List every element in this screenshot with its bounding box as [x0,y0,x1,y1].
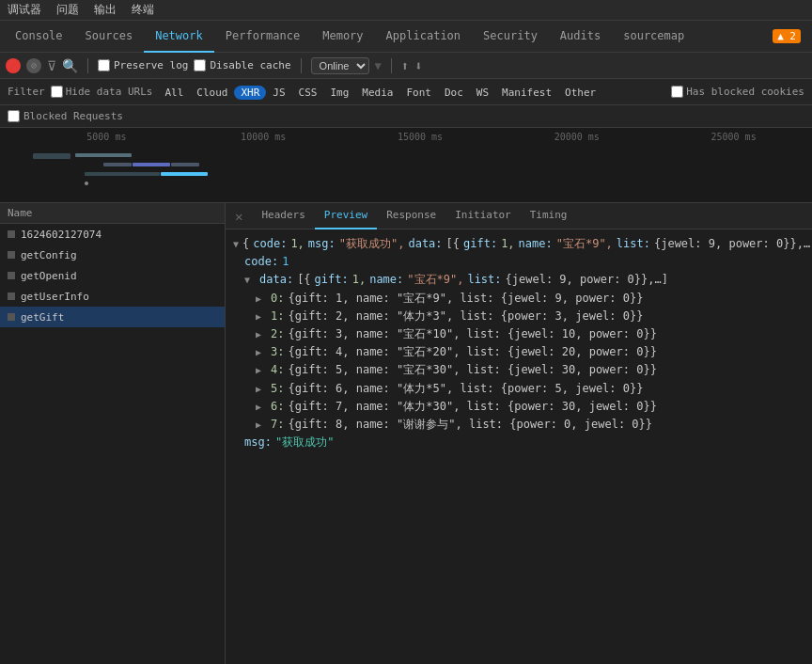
tab-console[interactable]: Console [4,21,74,53]
preview-content: ▼ { code: 1, msg: "获取成功", data: [{ gift:… [226,229,812,664]
request-dot [8,272,15,279]
tab-network[interactable]: Network [144,21,214,53]
filter-chip-font[interactable]: Font [399,86,438,100]
preserve-log-checkbox[interactable] [98,59,110,71]
app-name: 调试器 [8,2,41,18]
download-icon[interactable]: ⬇ [414,58,422,73]
request-name: getOpenid [21,270,77,282]
json-msg-line: msg: "获取成功" [233,434,804,451]
menu-item-terminal[interactable]: 终端 [132,2,154,18]
array-item-arrow[interactable]: ▶ [256,309,267,324]
request-item[interactable]: getUserInfo [0,286,225,307]
timeline-ruler: 5000 ms10000 ms15000 ms20000 ms25000 ms [0,128,812,142]
ruler-tick: 25000 ms [655,132,812,142]
request-name: getUserInfo [21,291,89,303]
filter-chips: AllCloudXHRJSCSSImgMediaFontDocWSManifes… [158,86,602,99]
tab-sourcemap[interactable]: sourcemap [612,21,695,53]
json-array-item: ▶ 0: {gift: 1, name: "宝石*9", list: {jewe… [233,290,804,308]
tab-performance[interactable]: Performance [214,21,311,53]
menu-bar: 调试器 问题 输出 终端 [0,0,812,21]
request-dot [8,292,15,300]
detail-tab-response[interactable]: Response [377,203,445,229]
filter-right: Has blocked cookies [671,86,804,98]
top-collapse-arrow[interactable]: ▼ [233,237,239,252]
filter-label: Filter [8,86,45,98]
json-array-item: ▶ 7: {gift: 8, name: "谢谢参与", list: {powe… [233,416,804,434]
filter-chip-media[interactable]: Media [355,86,399,100]
tab-security[interactable]: Security [472,21,549,53]
upload-icon[interactable]: ⬆ [401,58,409,73]
blocked-requests-label[interactable]: Blocked Requests [8,110,123,122]
tab-bar: Console Sources Network Performance Memo… [0,21,812,53]
json-top-line: ▼ { code: 1, msg: "获取成功", data: [{ gift:… [233,235,804,253]
filter-chip-doc[interactable]: Doc [438,86,470,100]
detail-panel: ✕ HeadersPreviewResponseInitiatorTiming … [226,203,812,664]
detail-tab-initiator[interactable]: Initiator [445,203,521,229]
request-item[interactable]: 1624602127074 [0,224,225,245]
warning-badge: ▲ 2 [773,29,801,43]
toolbar-separator-2 [301,58,302,73]
tab-sources[interactable]: Sources [74,21,145,53]
search-icon[interactable]: 🔍 [62,58,78,73]
detail-tab-items: HeadersPreviewResponseInitiatorTiming [252,203,576,229]
request-item[interactable]: getConfig [0,245,225,265]
ruler-tick: 5000 ms [28,132,185,142]
json-array-item: ▶ 6: {gift: 7, name: "体力*30", list: {pow… [233,398,804,416]
detail-tab-timing[interactable]: Timing [521,203,577,229]
filter-chip-other[interactable]: Other [558,86,602,100]
request-name: getGift [21,311,64,324]
request-item[interactable]: getGift [0,307,225,327]
close-panel-button[interactable]: ✕ [229,209,248,224]
tab-memory[interactable]: Memory [311,21,374,53]
array-item-arrow[interactable]: ▶ [256,382,267,397]
json-array-item: ▶ 2: {gift: 3, name: "宝石*10", list: {jew… [233,325,804,343]
filter-chip-cloud[interactable]: Cloud [190,86,234,100]
throttle-select[interactable]: Online [311,57,369,74]
filter-chip-xhr[interactable]: XHR [234,86,266,100]
blocked-requests-checkbox[interactable] [8,110,20,122]
filter-chip-img[interactable]: Img [323,86,355,100]
ruler-tick: 10000 ms [185,132,342,142]
preserve-log-label[interactable]: Preserve log [98,59,188,71]
array-item-arrow[interactable]: ▶ [256,345,267,360]
disable-cache-label[interactable]: Disable cache [194,59,290,71]
detail-tab-preview[interactable]: Preview [315,203,377,229]
json-code-line: code: 1 [233,253,804,271]
has-blocked-cookies-checkbox[interactable] [671,86,683,98]
filter-chip-js[interactable]: JS [266,86,291,100]
data-collapse-arrow[interactable]: ▼ [244,273,256,288]
request-item[interactable]: getOpenid [0,265,225,286]
filter-chip-ws[interactable]: WS [470,86,495,100]
tab-application[interactable]: Application [375,21,472,53]
menu-item-question[interactable]: 问题 [56,2,79,18]
blocked-bar: Blocked Requests [0,105,812,128]
filter-chip-manifest[interactable]: Manifest [495,86,558,100]
tab-bar-right: ▲ 2 [773,29,808,43]
array-item-arrow[interactable]: ▶ [256,400,267,415]
filter-chip-all[interactable]: All [158,86,190,100]
request-dot [8,230,15,238]
filter-icon[interactable]: ⊽ [47,58,56,73]
json-array-item: ▶ 3: {gift: 4, name: "宝石*20", list: {jew… [233,343,804,361]
stop-button[interactable]: ⊘ [26,58,41,73]
hide-data-urls-checkbox[interactable] [51,86,63,98]
detail-tabs: ✕ HeadersPreviewResponseInitiatorTiming [226,203,812,229]
detail-tab-headers[interactable]: Headers [252,203,314,229]
array-item-arrow[interactable]: ▶ [256,418,267,433]
array-item-arrow[interactable]: ▶ [256,292,267,307]
request-name: getConfig [21,249,77,261]
request-list: Name 1624602127074 getConfig getOpenid g… [0,203,226,664]
array-item-arrow[interactable]: ▶ [256,327,267,342]
array-item-arrow[interactable]: ▶ [256,363,267,378]
disable-cache-checkbox[interactable] [194,59,206,71]
tab-audits[interactable]: Audits [549,21,612,53]
json-array-item: ▶ 1: {gift: 2, name: "体力*3", list: {powe… [233,308,804,325]
request-items-container: 1624602127074 getConfig getOpenid getUse… [0,224,225,327]
menu-item-output[interactable]: 输出 [94,2,117,18]
ruler-tick: 15000 ms [342,132,499,142]
filter-chip-css[interactable]: CSS [292,86,324,100]
record-button[interactable] [6,58,21,73]
has-blocked-cookies-label[interactable]: Has blocked cookies [671,86,804,98]
hide-data-urls-label[interactable]: Hide data URLs [51,86,153,98]
json-array-item: ▶ 5: {gift: 6, name: "体力*5", list: {powe… [233,380,804,398]
